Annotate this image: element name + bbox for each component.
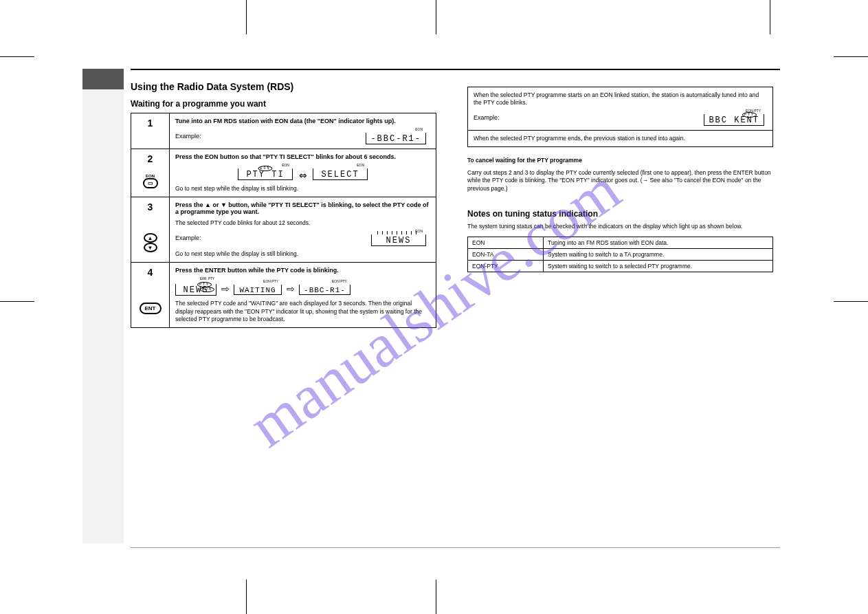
notes-header: Notes on tuning status indication: [467, 209, 773, 219]
lcd-bbc-r1-2: EON PTY -BBC-R1-: [299, 285, 350, 295]
left-column: Using the Radio Data System (RDS) Waitin…: [131, 81, 436, 328]
up-button-icon: ▲: [144, 233, 157, 243]
step-body-3: Press the ▲ or ▼ button, while "PTY TI S…: [170, 197, 436, 263]
step2-note: Go to next step while the display is sti…: [175, 185, 430, 193]
right-column: When the selected PTY programme starts o…: [467, 83, 773, 272]
step3-text2: The selected PTY code blinks for about 1…: [175, 219, 430, 227]
right-example-label: Example:: [474, 114, 500, 121]
left-subtitle: Waiting for a programme you want: [131, 99, 436, 109]
lcd-news-2: EON PTY PTY EON NEWS: [175, 284, 216, 296]
right-box: When the selected PTY programme starts o…: [467, 87, 773, 147]
enter-button-icon: ENT: [140, 303, 162, 314]
right-row-1: When the selected PTY programme starts o…: [468, 87, 773, 131]
notes-text: The system tuning status can be checked …: [467, 223, 773, 230]
right-row-2: When the selected PTY programme ends, th…: [468, 130, 773, 146]
step3-text1: Press the ▲ or ▼ button, while "PTY TI S…: [175, 201, 430, 215]
page-wrapper: Using the Radio Data System (RDS) Waitin…: [82, 69, 783, 550]
arrow-right-icon: ⇨: [221, 283, 230, 294]
lcd-select: EON SELECT: [313, 168, 368, 180]
eon-row-2: EON-TA System waiting to switch to a TA …: [468, 248, 773, 260]
arrow-right-icon-2: ⇨: [287, 283, 295, 294]
step3-note: Go to next step while the display is sti…: [175, 250, 430, 258]
down-button-icon: ▼: [144, 243, 157, 252]
step-row-1: 1 Tune into an FM RDS station with EON d…: [131, 113, 436, 149]
sidebar: [82, 69, 124, 543]
cancel-text: Carry out steps 2 and 3 to display the P…: [467, 169, 773, 193]
step-num-1: 1: [131, 113, 170, 149]
step2-text: Press the EON button so that "PTY TI SEL…: [175, 153, 430, 160]
eon-indicator-table: EON Tuning into an FM RDS station with E…: [467, 237, 773, 272]
step-row-2: 2 EON ▭ Press the EON button so that "PT…: [131, 149, 436, 197]
step1-text: Tune into an FM RDS station with EON dat…: [175, 118, 430, 124]
bottom-rule: [131, 547, 780, 548]
lcd-bbc-kent: EON PTY PTY BBC KENT: [704, 114, 764, 126]
cancel-header: To cancel waiting for the PTY programme: [467, 157, 773, 164]
eon-row-1: EON Tuning into an FM RDS station with E…: [468, 237, 773, 248]
step-num-3: 3 ▲ ▼: [131, 197, 170, 263]
steps-table: 1 Tune into an FM RDS station with EON d…: [131, 113, 436, 328]
eon-row-3: EON-PTY System waiting to switch to a se…: [468, 260, 773, 272]
step-row-3: 3 ▲ ▼ Press the ▲ or ▼ button, while "PT…: [131, 197, 436, 263]
step4-text1: Press the ENTER button while the PTY cod…: [175, 267, 430, 274]
lcd-news: EON NEWS: [371, 234, 426, 246]
eon-button-icon: ▭: [143, 178, 158, 188]
step-row-4: 4 ENT Press the ENTER button while the P…: [131, 263, 436, 328]
top-rule: [131, 69, 780, 70]
right-text-2: When the selected PTY programme ends, th…: [474, 135, 767, 142]
sidebar-header-block: [82, 69, 124, 89]
step-num-2: 2 EON ▭: [131, 149, 170, 197]
lcd-waiting: EON PTY WAITING: [234, 285, 282, 295]
step3-example-label: Example:: [175, 234, 201, 241]
lcd-bbc-r1: EON -BBC-R1-: [366, 133, 426, 144]
step-num-4: 4 ENT: [131, 263, 170, 328]
step-body-2: Press the EON button so that "PTY TI SEL…: [170, 149, 436, 197]
right-text-1: When the selected PTY programme starts o…: [474, 91, 767, 107]
lcd-pty-ti: EON EON PTY TI: [238, 168, 293, 180]
double-arrow-icon: ⇔: [299, 170, 307, 181]
section-title: Using the Radio Data System (RDS): [131, 81, 436, 92]
step1-example-label: Example:: [175, 133, 201, 140]
step4-text2: The selected PTY code and "WAITING" are …: [175, 300, 430, 323]
step-body-4: Press the ENTER button while the PTY cod…: [170, 263, 436, 328]
content-area: Using the Radio Data System (RDS) Waitin…: [131, 69, 780, 328]
step-body-1: Tune into an FM RDS station with EON dat…: [170, 113, 436, 149]
